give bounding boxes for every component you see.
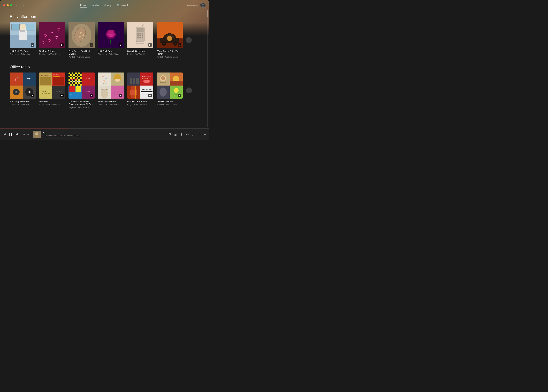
svg-rect-45	[137, 28, 144, 32]
track-details: Torn Natalie Imbruglia • Left Of The Mid…	[43, 132, 81, 137]
card-office-rock[interactable]: FEINT AEROSMITH GREATEST HITS	[127, 72, 153, 106]
user-avatar[interactable]	[200, 3, 205, 8]
traffic-lights	[3, 4, 12, 6]
svg-rect-152	[141, 92, 152, 92]
svg-text:THE HIVES: THE HIVES	[142, 89, 151, 91]
nav-hotlist[interactable]: Hotlist	[92, 3, 99, 7]
svg-rect-8	[20, 30, 25, 32]
svg-text:COMBAT ROCK: COMBAT ROCK	[53, 76, 60, 77]
svg-text:♥: ♥	[50, 29, 53, 35]
svg-text:SLOW DOWN: SLOW DOWN	[55, 91, 63, 92]
svg-point-165	[174, 88, 179, 93]
svg-text:Sinful: Sinful	[86, 91, 90, 92]
close-button[interactable]	[3, 4, 5, 6]
card-thumb-laid-back-80s-pop	[10, 22, 36, 48]
easy-afternoon-cards: Laid-Back 80s Pop Playlist • YouTube Mus…	[10, 22, 199, 58]
main-content: Easy afternoon	[0, 10, 209, 128]
prev-track-button[interactable]	[3, 132, 7, 137]
nav-home[interactable]: Home	[80, 3, 87, 7]
svg-rect-56	[136, 43, 144, 44]
volume-button[interactable]	[186, 133, 189, 136]
svg-rect-48	[139, 33, 141, 35]
card-thumb-office-80s: Neil Young THE CLASH COMBAT ROCK GREATES…	[39, 72, 65, 98]
card-subtitle-laid-back-80s-pop: Playlist • YouTube Music	[10, 53, 36, 55]
card-subtitle-easy-rolling: Playlist • YouTube Music	[69, 56, 95, 58]
svg-text:Wires: Wires	[116, 90, 119, 91]
card-subtitle-office-80s: Playlist • YouTube Music	[39, 104, 65, 106]
progress-bar[interactable]	[0, 129, 209, 129]
play-pause-button[interactable]	[8, 132, 13, 137]
player-actions	[168, 133, 206, 136]
easy-afternoon-header: Easy afternoon	[10, 14, 199, 19]
back-button[interactable]: ←	[15, 3, 19, 7]
track-title: Torn	[43, 132, 81, 135]
svg-rect-92	[53, 77, 65, 85]
svg-rect-140	[140, 72, 153, 85]
search-icon: 🔍	[117, 4, 120, 7]
card-office-80s[interactable]: Neil Young THE CLASH COMBAT ROCK GREATES…	[39, 72, 65, 106]
svg-marker-169	[4, 133, 6, 135]
svg-rect-171	[11, 133, 12, 136]
office-radio-next-button[interactable]: ›	[186, 87, 192, 93]
svg-point-180	[181, 135, 182, 136]
card-thumb-80s-pop-ballads: ♥ ♥ ♥ ♥ ♥ ♥ ♥ ♥	[39, 22, 65, 48]
player-bar: 1:21 / 4:05 Torn Natalie Imbruglia • Lef…	[0, 128, 209, 140]
card-smooth-operators[interactable]: Smooth Operators Playlist • YouTube Musi…	[127, 22, 153, 55]
svg-rect-177	[174, 134, 176, 136]
svg-text:FEINT: FEINT	[132, 77, 136, 77]
svg-rect-111	[69, 86, 75, 92]
more-options-button[interactable]	[180, 133, 183, 136]
easy-afternoon-next-button[interactable]: ›	[186, 37, 192, 43]
svg-point-120	[105, 77, 107, 79]
expand-button[interactable]	[203, 133, 206, 136]
svg-text:Lemonette: Lemonette	[160, 82, 166, 83]
svg-rect-51	[139, 35, 141, 36]
card-thumb-90s-guilty: 🎸 TEN hanson	[10, 72, 36, 98]
svg-text:Shake: Shake	[70, 93, 73, 95]
card-one-hit[interactable]: Lemonette UNITY	[157, 72, 183, 106]
scrollbar-thumb[interactable]	[207, 10, 208, 17]
track-info: Torn Natalie Imbruglia • Left Of The Mid…	[33, 131, 166, 138]
card-whos-gonna[interactable]: Who's Gonna Drive You Home? Playlist • Y…	[157, 22, 183, 58]
card-subtitle-smooth-operators: Playlist • YouTube Music	[127, 53, 153, 55]
dislike-button[interactable]	[168, 133, 172, 136]
shuffle-button[interactable]	[197, 133, 201, 136]
card-thumb-best-worst: Whistles FUNKY DANCE CAN Shake	[69, 72, 95, 98]
svg-text:♥: ♥	[48, 37, 51, 43]
svg-rect-53	[137, 37, 139, 38]
svg-point-29	[82, 38, 83, 39]
card-best-worst[interactable]: Whistles FUNKY DANCE CAN Shake	[69, 72, 95, 109]
svg-rect-50	[137, 35, 139, 36]
card-title-office-80s: Office 80s	[39, 100, 65, 103]
svg-text:THE LUXURY GAP: THE LUXURY GAP	[41, 93, 50, 94]
card-90s-guilty[interactable]: 🎸 TEN hanson	[10, 72, 36, 106]
forward-button[interactable]: →	[21, 3, 25, 7]
scrollbar[interactable]	[207, 10, 208, 127]
card-80s-pop-ballads[interactable]: ♥ ♥ ♥ ♥ ♥ ♥ ♥ ♥	[39, 22, 65, 55]
svg-text:GREATEST: GREATEST	[42, 91, 49, 92]
card-pops-greatest[interactable]: pop hits Back to Basics Wires	[98, 72, 124, 106]
nav-search-area[interactable]: 🔍 Search	[117, 4, 129, 7]
svg-rect-47	[137, 33, 139, 35]
svg-point-163	[159, 87, 167, 97]
repeat-button[interactable]	[191, 133, 195, 136]
card-laid-back-80s-pop[interactable]: Laid-Back 80s Pop Playlist • YouTube Mus…	[10, 22, 36, 55]
svg-text:UNITY: UNITY	[174, 94, 178, 96]
svg-text:🎸: 🎸	[14, 77, 19, 82]
next-track-button[interactable]	[14, 132, 19, 137]
maximize-button[interactable]	[10, 4, 12, 6]
nav-library[interactable]: Library	[104, 3, 112, 7]
svg-point-26	[80, 32, 82, 34]
card-easy-rolling[interactable]: Easy Rolling Pop-Rock Classics Playlist …	[69, 22, 95, 58]
card-title-best-worst: The Best (and Worst) Cover Versions of A…	[69, 100, 95, 106]
svg-point-80	[29, 91, 30, 93]
like-button[interactable]	[174, 133, 177, 136]
minimize-button[interactable]	[7, 4, 9, 6]
nav-right: EARLY ACCESS	[187, 3, 205, 8]
card-laid-back-soul[interactable]: Laid-Back Soul Playlist • YouTube Music	[98, 22, 124, 55]
card-subtitle-one-hit: Playlist • YouTube Music	[157, 104, 183, 106]
svg-rect-49	[142, 33, 143, 35]
search-label[interactable]: Search	[121, 4, 129, 7]
card-thumb-office-rock: FEINT AEROSMITH GREATEST HITS	[127, 72, 153, 98]
svg-rect-112	[76, 86, 81, 92]
